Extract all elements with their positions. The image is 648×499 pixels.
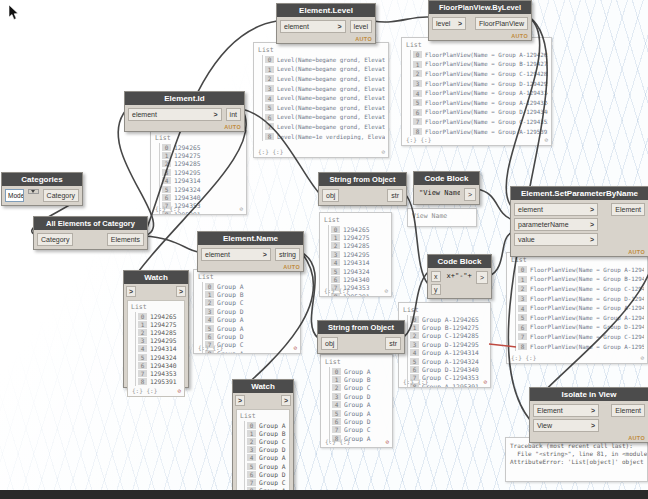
preview-floorplans-list[interactable]: List 0FloorPlanView(Name = Group A-12942… [401, 37, 552, 146]
input-port-element[interactable]: element> [514, 203, 598, 216]
node-title[interactable]: Code Block [414, 172, 479, 185]
input-port-parametername[interactable]: parameterName> [514, 218, 598, 231]
node-string-from-object-ids[interactable]: String from Object obj str [318, 172, 407, 206]
node-string-from-object-names[interactable]: String from Object obj str [317, 320, 405, 354]
list-item-value: FloorPlanView(Name = Group C-1294285 ) [530, 286, 644, 292]
output-port-element[interactable]: Element [611, 404, 645, 417]
input-port-value[interactable]: value> [514, 233, 598, 246]
list-item-value: FloorPlanView(Name = Group D-1294295 ) [425, 81, 548, 87]
node-title[interactable]: FloorPlanView.ByLevel [429, 1, 531, 14]
output-port[interactable]: > [476, 271, 488, 284]
node-title[interactable]: Element.Level [277, 4, 375, 17]
code-block-code[interactable]: x+"-"+y; [445, 271, 472, 281]
lacing-label[interactable]: AUTO [224, 124, 241, 130]
category-dropdown[interactable]: Model Groups [5, 189, 24, 202]
watch-input-port[interactable]: > [126, 286, 136, 297]
node-title[interactable]: Categories [2, 173, 82, 186]
input-port-level[interactable]: level> [432, 17, 466, 30]
output-port-elements[interactable]: Elements [107, 233, 144, 246]
node-title[interactable]: Watch [233, 380, 293, 393]
output-port-string[interactable]: string [275, 248, 300, 261]
output-port-category[interactable]: Category [43, 189, 79, 202]
node-all-elements-of-category[interactable]: All Elements of Category Category Elemen… [33, 216, 148, 250]
output-port-str[interactable]: str [387, 189, 403, 202]
port-label: View [537, 421, 552, 430]
input-port-x[interactable]: x [431, 271, 441, 282]
preview-levels-list[interactable]: List 0Level(Name=begane grond, Elevation… [253, 42, 389, 158]
node-element-id[interactable]: Element.Id element> int AUTO [124, 91, 245, 132]
list-item-index: 0 [410, 316, 419, 323]
preview-view-name[interactable]: View Name [407, 208, 477, 227]
node-title[interactable]: Watch [124, 271, 188, 284]
node-title[interactable]: Isolate in View [530, 388, 648, 401]
preview-pin-icon[interactable]: ⊘ [483, 377, 487, 386]
list-item-value: 1294340 [174, 194, 201, 201]
code-block-code[interactable]: "View Name"; [417, 188, 460, 198]
list-item: 0Group A [332, 367, 389, 375]
lacing-glyphs: {:} {:} [511, 353, 536, 362]
lacing-label[interactable]: AUTO [628, 249, 645, 255]
lacing-label[interactable]: AUTO [628, 435, 645, 441]
preview-pin-icon[interactable]: ⊘ [385, 437, 389, 446]
input-port-element[interactable]: Element> [533, 404, 599, 417]
node-floorplanview-bylevel[interactable]: FloorPlanView.ByLevel level> FloorPlanVi… [428, 0, 532, 41]
output-port-element[interactable]: Element [611, 203, 645, 216]
watch-output-port[interactable]: > [176, 286, 186, 297]
node-watch-names[interactable]: Watch > > List 0Group A1Group B2Group C3… [232, 379, 294, 493]
output-port-str[interactable]: str [385, 337, 401, 350]
preview-names-list[interactable]: List 0Group A1Group B2Group C3Group D4Gr… [193, 269, 301, 354]
node-title[interactable]: Code Block [428, 255, 491, 268]
input-port-view[interactable]: View> [533, 419, 599, 432]
input-port-obj[interactable]: obj [321, 337, 338, 350]
preview-pin-icon[interactable]: ⊘ [177, 386, 181, 395]
dynamo-workspace[interactable]: { "misc": {"chevron": ">", "auto": "AUTO… [0, 0, 648, 499]
node-title[interactable]: Element.Id [125, 92, 244, 105]
preview-combined-list[interactable]: List 0Group A-12942651Group B-12942752Gr… [398, 302, 491, 388]
input-port-obj[interactable]: obj [322, 189, 339, 202]
watch-input-port[interactable]: > [235, 395, 245, 406]
output-port-floorplanview[interactable]: FloorPlanView [475, 17, 528, 30]
preview-pin-icon[interactable]: ⊘ [293, 343, 297, 352]
list-item-value: Level(Name=1e verdieping, Elevation=3000 [277, 134, 385, 140]
node-title[interactable]: Element.Name [198, 232, 303, 245]
lacing-label[interactable]: AUTO [283, 264, 300, 270]
preview-id-strings-list[interactable]: List 01294265112942752129428531294295412… [319, 212, 392, 297]
node-element-setparameterbyname[interactable]: Element.SetParameterByName element> para… [510, 186, 648, 257]
node-title[interactable]: Element.SetParameterByName [511, 187, 648, 200]
input-port-element[interactable]: element> [201, 248, 271, 261]
node-categories[interactable]: Categories Model Groups Category [1, 172, 83, 206]
list-item: 7Group C [332, 426, 389, 434]
node-title[interactable]: String from Object [319, 173, 406, 186]
node-title[interactable]: String from Object [318, 321, 404, 334]
list-item-index: 3 [138, 337, 147, 344]
output-port-int[interactable]: int [226, 108, 241, 121]
output-port-level[interactable]: level [350, 20, 372, 33]
input-port-element[interactable]: element> [128, 108, 222, 121]
preview-pin-icon[interactable]: ⊘ [239, 204, 243, 213]
dropdown-button[interactable] [28, 189, 39, 194]
preview-pin-icon[interactable]: ⊘ [640, 353, 644, 362]
output-port[interactable]: > [464, 188, 476, 201]
preview-name-strings-list[interactable]: List 0Group A1Group B2Group C3Group D4Gr… [320, 354, 393, 448]
list-item: 7FloorPlanView(Name = Group C-1294353 ) [413, 117, 548, 127]
input-port-category[interactable]: Category [37, 233, 73, 246]
node-code-block-concat[interactable]: Code Block x y x+"-"+y; > [427, 254, 492, 299]
watch-list[interactable]: List 01294265112942752129428531294295412… [127, 300, 185, 397]
watch-list[interactable]: List 0Group A1Group B2Group C3Group D4Gr… [236, 409, 290, 499]
error-line: Traceback (most recent call last): [510, 442, 643, 450]
node-element-name[interactable]: Element.Name element> string AUTO [197, 231, 304, 272]
preview-pin-icon[interactable]: ⊘ [384, 286, 388, 295]
preview-pin-icon[interactable]: ⊘ [381, 147, 385, 156]
list-item-index: 3 [205, 308, 214, 315]
node-title[interactable]: All Elements of Category [34, 217, 147, 230]
input-port-y[interactable]: y [431, 284, 441, 295]
node-watch-ids[interactable]: Watch > > List 0129426511294275212942853… [123, 270, 189, 388]
node-code-block-viewname[interactable]: Code Block "View Name"; > [413, 171, 480, 205]
lacing-label[interactable]: AUTO [511, 33, 528, 39]
lacing-label[interactable]: AUTO [355, 36, 372, 42]
node-element-level[interactable]: Element.Level element> level AUTO [276, 3, 376, 44]
preview-pin-icon[interactable]: ⊘ [544, 135, 548, 144]
node-isolate-in-view[interactable]: Isolate in View Element> View> Element A… [529, 387, 648, 443]
watch-output-port[interactable]: > [281, 395, 291, 406]
input-port-element[interactable]: element> [280, 20, 346, 33]
